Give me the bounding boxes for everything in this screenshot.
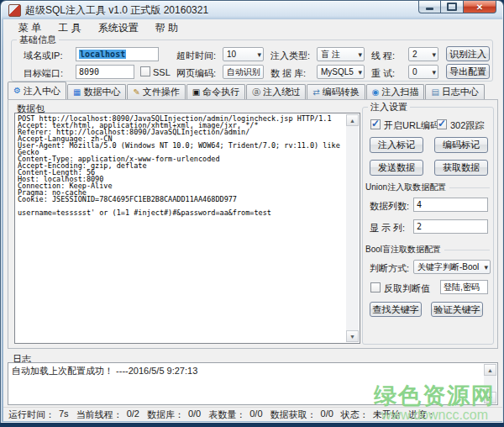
packet-editor[interactable]: POST http://localhost:8090/JavaSQLInject… — [14, 113, 360, 344]
port-label: 目标端口: — [24, 67, 63, 80]
inject-type-select[interactable]: 盲 注 — [317, 47, 365, 61]
log-content: 自动加载上次配置成功！ ----2016/5/5 9:27:13 — [12, 365, 482, 377]
app-window: 超级SQL注入工具 v1.0 正式版 20160321 菜 单 工 具 系统设置… — [0, 0, 504, 423]
status-data-fetch: 数据获取：0/0 — [270, 409, 333, 421]
encoding-label: 网页编码: — [176, 67, 216, 80]
document-a-icon: ⓐ — [252, 88, 260, 97]
ssl-checkbox[interactable] — [140, 66, 150, 76]
url-encode-checkbox[interactable] — [370, 119, 381, 129]
tab-inject-bypass[interactable]: ⓐ注入绕过 — [246, 84, 306, 100]
minimize-button[interactable] — [418, 1, 441, 13]
log-scrollbar[interactable] — [484, 364, 496, 403]
follow-302-checkbox[interactable] — [437, 119, 447, 129]
close-button[interactable] — [463, 1, 496, 13]
display-col-label: 显 示 列: — [370, 222, 405, 235]
ssl-label: SSL — [153, 67, 171, 77]
tab-inject-scan[interactable]: ◉注入扫描 — [366, 84, 425, 100]
invert-judge-label: 反取判断值 — [384, 282, 430, 295]
domain-input[interactable]: localhost — [76, 47, 159, 61]
db-select[interactable]: MySQL5 — [317, 65, 365, 79]
tab-cmd-exec[interactable]: ▣命令执行 — [186, 84, 245, 100]
encode-mark-button[interactable]: 编码标记 — [434, 137, 488, 153]
columns-input[interactable]: 4 — [413, 198, 488, 212]
retry-select[interactable]: 0 — [408, 65, 438, 79]
tab-inject-center[interactable]: ⚙注入中心 — [8, 82, 66, 100]
log-box: 自动加载上次配置成功！ ----2016/5/5 9:27:13 — [8, 362, 498, 405]
maximize-button[interactable] — [441, 1, 463, 13]
screenshot-stage: 超级SQL注入工具 v1.0 正式版 20160321 菜 单 工 具 系统设置… — [0, 0, 504, 427]
tab-log-center[interactable]: ▤日志中心 — [425, 84, 484, 100]
url-encode-label: 开启URL编码 — [384, 119, 439, 132]
keyword-input[interactable]: 登陆,密码 — [440, 280, 488, 294]
domain-selected-text: localhost — [79, 50, 126, 59]
follow-302-label: 302跟踪 — [450, 119, 484, 132]
table-icon: ▦ — [73, 88, 81, 97]
display-col-input[interactable]: 2 — [413, 219, 488, 234]
inject-type-label: 注入类型: — [270, 50, 310, 62]
inject-mark-button[interactable]: 注入标记 — [370, 137, 423, 153]
columns-label: 数据列数: — [370, 200, 409, 213]
log-scroll-up-icon[interactable] — [484, 364, 496, 376]
bool-section-header: Bool盲注取数据配置 — [365, 244, 490, 256]
basic-info-title: 基础信息 — [17, 34, 59, 46]
send-data-button[interactable]: 发送数据 — [370, 160, 423, 176]
retry-label: 重 试: — [371, 67, 395, 80]
status-databases: 数据库：0/0 — [147, 409, 201, 421]
encoding-select[interactable]: 自动识别 — [223, 65, 264, 79]
status-progress: 进度： — [408, 409, 440, 421]
find-keyword-button[interactable]: 查找关键字 — [370, 302, 422, 317]
export-config-button[interactable]: 导出配置 — [446, 64, 490, 79]
scan-icon: ◉ — [372, 88, 380, 97]
titlebar[interactable]: 超级SQL注入工具 v1.0 正式版 20160321 — [1, 1, 503, 19]
scroll-up-icon[interactable] — [346, 114, 359, 126]
thread-select[interactable]: 2 — [408, 47, 438, 61]
timeout-label: 超时时间: — [176, 50, 216, 62]
verify-keyword-button[interactable]: 验证关键字 — [431, 302, 483, 317]
port-input[interactable]: 8090 — [76, 65, 134, 79]
convert-icon: ⇄ — [312, 88, 319, 97]
status-tables: 表数量：0/0 — [208, 409, 262, 421]
packet-scrollbar[interactable] — [346, 114, 359, 342]
client-area: 菜 单 工 具 系统设置 帮 助 基础信息 域名或IP: localhost 超… — [3, 19, 502, 421]
app-icon — [8, 4, 21, 17]
gear-icon: ⚙ — [13, 87, 21, 95]
inject-center-page: 数据包 POST http://localhost:8090/JavaSQLIn… — [8, 99, 498, 349]
db-label: 数 据 库: — [270, 67, 306, 80]
menu-item-help[interactable]: 帮 助 — [147, 19, 186, 37]
book-icon: ▤ — [431, 88, 438, 97]
domain-label: 域名或IP: — [24, 50, 62, 62]
status-bar: 运行时间：7s 当前线程：0/2 数据库：0/0 表数量：0/0 数据获取：0/… — [3, 407, 502, 421]
tab-file-ops[interactable]: ✎文件操作 — [127, 84, 185, 100]
window-title: 超级SQL注入工具 v1.0 正式版 20160321 — [25, 3, 208, 18]
status-state: 状态：未开始 — [341, 409, 401, 421]
identify-inject-button[interactable]: 识别注入 — [446, 46, 490, 61]
caption-buttons — [418, 1, 496, 13]
menubar: 菜 单 工 具 系统设置 帮 助 — [3, 20, 502, 36]
packet-content[interactable]: POST http://localhost:8090/JavaSQLInject… — [18, 115, 344, 341]
menu-item-settings[interactable]: 系统设置 — [90, 19, 147, 37]
scroll-down-icon[interactable] — [346, 330, 359, 342]
log-scroll-down-icon[interactable] — [484, 392, 496, 403]
status-threads: 当前线程：0/2 — [76, 409, 139, 421]
inject-settings-title: 注入设置 — [368, 101, 410, 113]
thread-label: 线 程: — [371, 50, 395, 62]
fetch-data-button[interactable]: 获取数据 — [434, 160, 488, 176]
judge-mode-select[interactable]: 关键字判断-Bool — [413, 260, 491, 274]
status-runtime: 运行时间：7s — [8, 409, 69, 421]
pencil-icon: ✎ — [133, 88, 139, 97]
basic-info-group: 基础信息 域名或IP: localhost 超时时间: 10 注入类型: 盲 注… — [11, 40, 493, 82]
tab-encode-convert[interactable]: ⇄编码转换 — [307, 84, 365, 100]
tab-data-center[interactable]: ▦数据中心 — [67, 84, 126, 100]
judge-mode-label: 判断方式: — [370, 262, 409, 275]
union-section-header: Union注入取数据配置 — [365, 182, 490, 193]
timeout-select[interactable]: 10 — [223, 47, 264, 61]
invert-judge-checkbox[interactable] — [370, 282, 381, 293]
tabstrip: ⚙注入中心 ▦数据中心 ✎文件操作 ▣命令执行 ⓐ注入绕过 ⇄编码转换 ◉注入扫… — [8, 83, 486, 100]
inject-settings-group: 注入设置 开启URL编码 302跟踪 注入标记 编码标记 发送数据 获取数据 U… — [362, 107, 494, 345]
console-icon: ▣ — [192, 88, 200, 97]
